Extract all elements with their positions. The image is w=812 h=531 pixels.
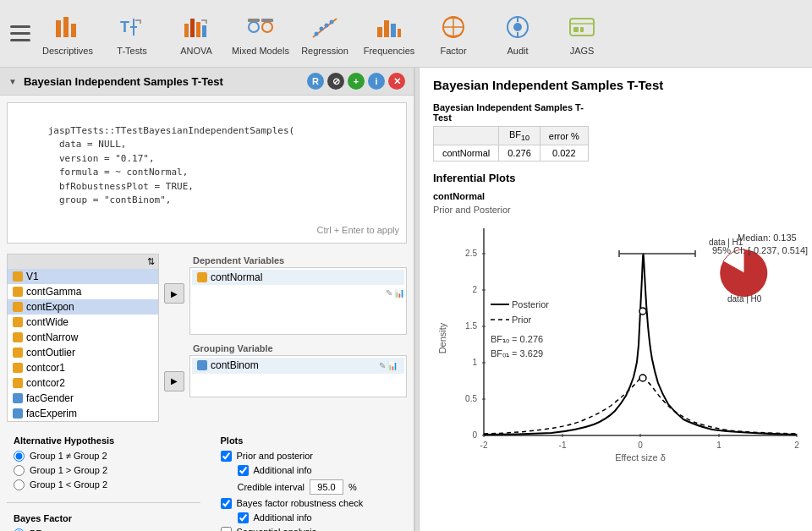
cb-bf-robustness[interactable]: Bayes factor robustness check <box>221 496 401 511</box>
svg-rect-0 <box>56 20 61 37</box>
analysis-close-icon[interactable]: ✕ <box>388 73 405 90</box>
right-panel: Bayesian Independent Samples T-Test Baye… <box>420 68 812 531</box>
code-area[interactable]: jaspTTests::TTestBayesianIndependentSamp… <box>7 102 407 244</box>
radio-not-equal[interactable]: Group 1 ≠ Group 2 <box>14 449 194 463</box>
svg-text:0.5: 0.5 <box>465 394 477 403</box>
svg-point-17 <box>325 23 329 27</box>
dep-chart-icon[interactable]: 📊 <box>394 288 404 298</box>
svg-text:0: 0 <box>472 430 477 440</box>
analysis-collapse-chevron[interactable]: ▼ <box>8 77 17 86</box>
inferential-plots-title: Inferential Plots <box>433 172 798 184</box>
plot-sub2: Prior and Posterior <box>433 205 798 215</box>
toolbar-frequencies[interactable]: Frequencies <box>359 3 420 64</box>
posterior-point <box>639 308 646 315</box>
toolbar-regression[interactable]: Regression <box>294 3 355 64</box>
arrow-right-2[interactable]: ▶ <box>164 371 184 391</box>
svg-rect-1 <box>63 17 69 37</box>
svg-point-16 <box>320 26 324 30</box>
svg-rect-19 <box>377 27 382 37</box>
analysis-info-icon[interactable]: i <box>368 73 385 90</box>
arrow-buttons: ▶ ▶ <box>159 254 189 422</box>
ci-input-1[interactable] <box>310 479 343 495</box>
grouping-label: Grouping Variable <box>189 342 407 355</box>
toolbar-audit[interactable]: Audit <box>487 3 548 64</box>
radio-less[interactable]: Group 1 < Group 2 <box>14 478 194 492</box>
svg-text:-1: -1 <box>559 441 567 450</box>
var-icon-scale <box>13 332 23 342</box>
radio-greater[interactable]: Group 1 > Group 2 <box>14 463 194 478</box>
group-chart-icon[interactable]: 📊 <box>387 361 398 370</box>
svg-text:Prior: Prior <box>512 315 532 325</box>
svg-text:data | H0: data | H0 <box>727 294 762 304</box>
var-icon-scale <box>13 348 23 358</box>
var-list-header: ⇅ <box>8 255 158 269</box>
mixed-label: Mixed Models <box>232 46 289 56</box>
var-item-contgamma[interactable]: contGamma <box>8 284 158 299</box>
group-edit-icon[interactable]: ✎ <box>379 361 386 370</box>
svg-rect-22 <box>398 29 401 37</box>
cb-additional-info-2[interactable]: Additional info <box>221 511 401 525</box>
var-item-contwide[interactable]: contWide <box>8 315 158 330</box>
prior-point <box>639 375 646 381</box>
col-header-error: error % <box>540 127 588 145</box>
analysis-title: Bayesian Independent Samples T-Test <box>24 75 300 88</box>
cb-sequential[interactable]: Sequential analysis <box>221 525 401 532</box>
grouping-zone[interactable]: contBinom ✎ 📊 <box>189 355 407 397</box>
analysis-clear-icon[interactable]: ⊘ <box>327 73 344 90</box>
svg-rect-8 <box>196 22 200 37</box>
table-row: contNormal 0.276 0.022 <box>434 145 589 161</box>
dependent-label: Dependent Variables <box>189 254 407 267</box>
var-item-facexperim[interactable]: facExperim <box>8 406 158 421</box>
svg-rect-13 <box>261 19 273 22</box>
credible-interval-1: Credible interval % <box>221 478 401 496</box>
svg-rect-33 <box>580 27 584 32</box>
var-icon-scale <box>13 287 23 297</box>
var-icon-nominal <box>13 408 23 419</box>
var-item-facgender[interactable]: facGender <box>8 391 158 406</box>
row-name: contNormal <box>434 145 499 161</box>
var-item-contnarrow[interactable]: contNarrow <box>8 330 158 345</box>
hamburger-menu[interactable] <box>7 20 34 47</box>
toolbar-ttests[interactable]: T T-Tests <box>102 3 162 64</box>
cb-prior-posterior[interactable]: Prior and posterior <box>221 449 401 463</box>
col-header-name <box>434 127 499 145</box>
variable-list: ⇅ V1 contGamma contExpon contWide <box>7 254 159 422</box>
dependent-var: contNormal <box>211 271 262 283</box>
dep-edit-icon[interactable]: ✎ <box>386 288 392 298</box>
svg-text:2: 2 <box>794 441 799 450</box>
svg-text:2: 2 <box>472 285 477 294</box>
toolbar-mixed[interactable]: Mixed Models <box>230 3 291 64</box>
svg-text:Median: 0.135: Median: 0.135 <box>738 233 797 243</box>
svg-point-11 <box>262 22 272 32</box>
var-item-contoutlier[interactable]: contOutlier <box>8 345 158 360</box>
toolbar-jags[interactable]: JAGS <box>551 3 612 64</box>
toolbar-anova[interactable]: ANOVA <box>166 3 227 64</box>
var-list-sort-icon[interactable]: ⇅ <box>147 256 155 267</box>
plot-subtitle: contNormal <box>433 191 798 201</box>
row-bf: 0.276 <box>499 145 540 161</box>
svg-rect-20 <box>384 20 389 37</box>
dependent-zone[interactable]: contNormal ✎ 📊 <box>189 267 407 335</box>
svg-text:Posterior: Posterior <box>512 299 549 309</box>
svg-text:2.5: 2.5 <box>465 249 477 258</box>
cb-additional-info-1[interactable]: Additional info <box>221 463 401 478</box>
var-item-contcor2[interactable]: contcor2 <box>8 375 158 391</box>
radio-bf10[interactable]: BF₁₀ <box>14 527 194 532</box>
toolbar-descriptives[interactable]: Descriptives <box>37 3 98 64</box>
code-hint: Ctrl + Enter to apply <box>316 223 399 238</box>
bayes-factor-title: Bayes Factor <box>14 513 194 523</box>
arrow-right-1[interactable]: ▶ <box>164 283 184 304</box>
row-error: 0.022 <box>540 145 588 161</box>
analysis-add-icon[interactable]: + <box>348 73 365 90</box>
var-item-contcor1[interactable]: contcor1 <box>8 360 158 375</box>
var-item-contexpon[interactable]: contExpon <box>8 299 158 315</box>
svg-text:-2: -2 <box>480 441 488 450</box>
var-icon-scale <box>13 317 23 327</box>
toolbar-factor[interactable]: Factor <box>423 3 484 64</box>
svg-point-15 <box>315 31 319 36</box>
analysis-titlebar: ▼ Bayesian Independent Samples T-Test R … <box>0 68 414 96</box>
analysis-r-icon[interactable]: R <box>307 73 324 90</box>
var-item-v1[interactable]: V1 <box>8 269 158 284</box>
dep-var-icon <box>197 272 207 282</box>
svg-text:BF₀₁ = 3.629: BF₀₁ = 3.629 <box>491 348 543 359</box>
